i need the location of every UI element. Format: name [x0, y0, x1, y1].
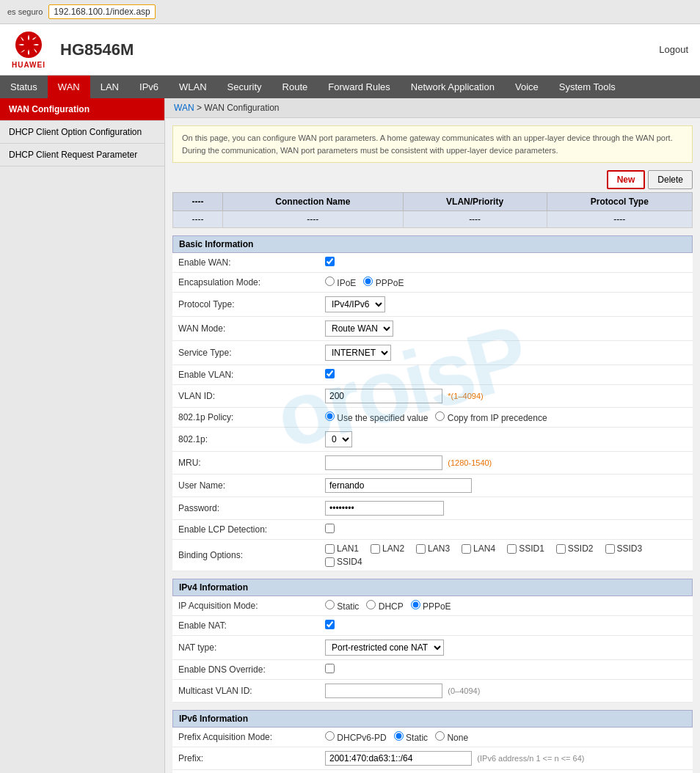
ipoE-radio-label: IPoE — [325, 278, 359, 288]
policy-specified-radio[interactable] — [325, 411, 335, 421]
policy-802-label: 802.1p Policy: — [172, 408, 319, 428]
policy-specified-text: Use the specified value — [337, 413, 428, 423]
table-header-protocol: Protocol Type — [547, 193, 692, 211]
wan-mode-select[interactable]: Route WAN — [325, 320, 393, 337]
lan4-checkbox[interactable] — [462, 544, 471, 554]
mru-label: MRU: — [172, 452, 319, 475]
enable-wan-row: Enable WAN: — [172, 253, 693, 273]
sidebar-item-dhcp-option[interactable]: DHCP Client Option Configuration — [0, 121, 164, 144]
prefix-none-radio[interactable] — [435, 731, 445, 741]
nav-network-application[interactable]: Network Application — [401, 76, 505, 98]
password-row: Password: — [172, 497, 693, 520]
enable-nat-row: Enable NAT: — [172, 616, 693, 636]
ipoE-radio[interactable] — [325, 276, 335, 286]
nat-type-row: NAT type: Port-restricted cone NAT — [172, 636, 693, 660]
service-type-select[interactable]: INTERNET — [325, 345, 391, 361]
enable-dns-label: Enable DNS Override: — [172, 660, 319, 680]
prefix-input[interactable] — [325, 751, 472, 766]
table-col-placeholder: ---- — [173, 193, 223, 211]
lan1-checkbox[interactable] — [325, 544, 335, 554]
mru-hint: (1280-1540) — [448, 458, 492, 467]
username-row: User Name: — [172, 475, 693, 497]
table-row: ---- ---- ---- ---- — [173, 211, 693, 228]
username-label: User Name: — [172, 475, 319, 497]
prefix-acq-row: Prefix Acquisition Mode: DHCPv6-PD Stati… — [172, 728, 693, 747]
ipv4-pppoe-label: PPPoE — [411, 601, 451, 612]
ipv4-multicast-input[interactable] — [325, 684, 442, 698]
ssid1-checkbox[interactable] — [507, 544, 517, 554]
vlan-id-row: VLAN ID: *(1–4094) — [172, 385, 693, 408]
nav-wan[interactable]: WAN — [48, 76, 90, 98]
enable-wan-checkbox[interactable] — [325, 257, 335, 266]
lan3-checkbox[interactable] — [416, 544, 426, 554]
nav-forward-rules[interactable]: Forward Rules — [318, 76, 401, 98]
enable-dns-checkbox[interactable] — [325, 664, 335, 673]
dhcpv6pd-radio[interactable] — [325, 731, 335, 741]
prefix-acq-label: Prefix Acquisition Mode: — [172, 728, 319, 747]
nav-status[interactable]: Status — [0, 76, 48, 98]
qos-select[interactable]: 0 — [325, 431, 352, 447]
binding-label: Binding Options: — [172, 540, 319, 571]
nav-wlan[interactable]: WLAN — [169, 76, 217, 98]
enable-nat-checkbox[interactable] — [325, 620, 335, 629]
pppoe-radio-label: PPPoE — [363, 278, 404, 288]
ssid3-checkbox[interactable] — [605, 544, 615, 554]
wan-mode-label: WAN Mode: — [172, 317, 319, 341]
basic-info-table: Enable WAN: Encapsulation Mode: IPoE PP — [172, 253, 693, 571]
table-header-connection: Connection Name — [223, 193, 404, 211]
lan2-checkbox[interactable] — [371, 544, 380, 554]
table-cell-dash3: ---- — [403, 211, 547, 228]
nav-lan[interactable]: LAN — [90, 76, 129, 98]
protocol-type-select[interactable]: IPv4/IPv6 — [325, 296, 385, 312]
binding-options: LAN1 LAN2 LAN3 LAN4 SSID1 SSID2 SSID3 SS… — [325, 543, 687, 567]
nav-security[interactable]: Security — [217, 76, 272, 98]
breadcrumb-parent[interactable]: WAN — [174, 103, 194, 113]
lcp-label: Enable LCP Detection: — [172, 520, 319, 540]
logout-button[interactable]: Logout — [659, 44, 688, 55]
new-button[interactable]: New — [607, 170, 646, 189]
nav-voice[interactable]: Voice — [505, 76, 549, 98]
policy-ip-text: Copy from IP precedence — [448, 413, 547, 423]
ipv4-pppoe-radio[interactable] — [411, 600, 420, 609]
table-header-vlan: VLAN/Priority — [403, 193, 547, 211]
breadcrumb-current: WAN Configuration — [204, 103, 279, 113]
mru-row: MRU: (1280-1540) — [172, 452, 693, 475]
vlan-hint: *(1–4094) — [448, 392, 483, 400]
ipv4-multicast-label: Multicast VLAN ID: — [172, 680, 319, 703]
ipv4-dhcp-radio[interactable] — [366, 600, 376, 609]
table-cell-dash2: ---- — [223, 211, 404, 228]
nat-type-select[interactable]: Port-restricted cone NAT — [325, 640, 444, 656]
nav-system-tools[interactable]: System Tools — [549, 76, 626, 98]
ipv4-static-radio[interactable] — [325, 600, 335, 609]
lan1-label: LAN1 — [325, 543, 359, 554]
username-input[interactable] — [325, 478, 472, 493]
binding-row: Binding Options: LAN1 LAN2 LAN3 LAN4 SSI… — [172, 540, 693, 571]
nav-route[interactable]: Route — [272, 76, 318, 98]
ipv6-acq-row: IP Acquisition Mode: DHCPv6 Automatic — [172, 770, 693, 774]
ssid2-checkbox[interactable] — [556, 544, 566, 554]
ssid4-checkbox[interactable] — [325, 557, 335, 567]
url-bar[interactable]: 192.168.100.1/index.asp — [48, 4, 155, 19]
enable-vlan-label: Enable VLAN: — [172, 365, 319, 385]
lcp-checkbox[interactable] — [325, 524, 335, 533]
mru-input[interactable] — [325, 455, 442, 470]
password-input[interactable] — [325, 501, 444, 516]
prefix-static-radio[interactable] — [394, 731, 404, 741]
enable-vlan-checkbox[interactable] — [325, 369, 335, 378]
table-cell-dash4: ---- — [547, 211, 692, 228]
pppoe-radio[interactable] — [363, 276, 373, 286]
wan-table: ---- Connection Name VLAN/Priority Proto… — [172, 192, 693, 228]
sidebar-item-dhcp-request[interactable]: DHCP Client Request Parameter — [0, 144, 164, 166]
sidebar-item-wan-config[interactable]: WAN Configuration — [0, 98, 164, 121]
prefix-static-label: Static — [394, 733, 431, 743]
delete-button[interactable]: Delete — [648, 170, 693, 189]
vlan-id-input[interactable] — [325, 389, 442, 403]
nav-ipv6[interactable]: IPv6 — [129, 76, 169, 98]
content-area: WAN > WAN Configuration On this page, yo… — [165, 98, 700, 773]
dhcpv6pd-label: DHCPv6-PD — [325, 733, 389, 743]
ssid2-label: SSID2 — [556, 543, 594, 554]
main-nav: Status WAN LAN IPv6 WLAN Security Route … — [0, 76, 700, 98]
info-box: On this page, you can configure WAN port… — [172, 125, 693, 163]
browser-bar: es seguro 192.168.100.1/index.asp — [0, 0, 700, 24]
policy-ip-radio[interactable] — [435, 411, 445, 421]
